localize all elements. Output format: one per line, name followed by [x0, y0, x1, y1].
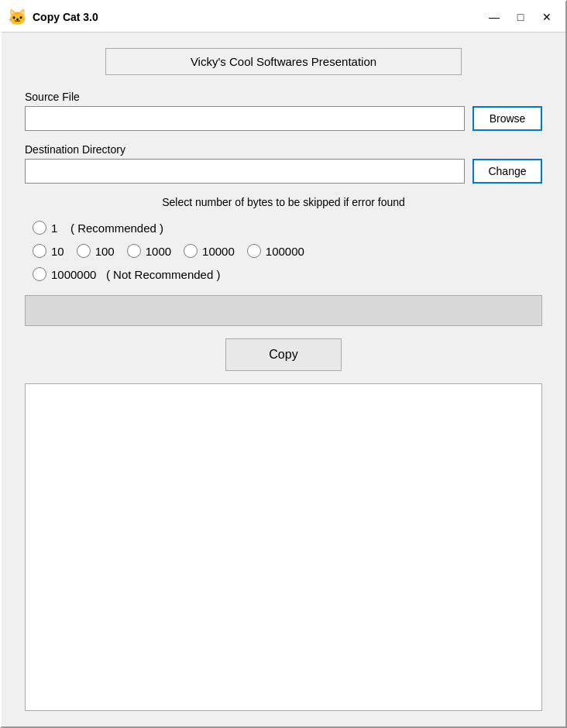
radio-1000000[interactable]: [33, 267, 46, 281]
radio-10000-label: 10000: [202, 245, 235, 258]
radio-10000[interactable]: [184, 244, 198, 258]
radio-item-1000[interactable]: 1000: [127, 244, 171, 258]
destination-label: Destination Directory: [25, 143, 542, 156]
destination-input[interactable]: [25, 159, 465, 184]
minimize-button[interactable]: —: [482, 6, 507, 28]
radio-1000000-label: 1000000 ( Not Recommended ): [51, 268, 220, 281]
change-button[interactable]: Change: [472, 159, 542, 184]
radio-row-2: 10 100 1000 10000 100000: [33, 244, 542, 258]
radio-1-label: 1 ( Recommended ): [51, 221, 163, 235]
radio-item-10[interactable]: 10: [33, 244, 64, 258]
radio-item-100000[interactable]: 100000: [247, 244, 304, 258]
radio-100000[interactable]: [247, 244, 261, 258]
title-bar-left: 🐱 Copy Cat 3.0: [8, 8, 98, 26]
radio-item-1[interactable]: 1 ( Recommended ): [33, 221, 163, 235]
app-icon: 🐱: [8, 8, 26, 26]
radio-10[interactable]: [33, 244, 46, 258]
radio-row-1: 1 ( Recommended ): [33, 221, 542, 235]
radio-100-label: 100: [95, 245, 115, 258]
maximize-button[interactable]: □: [508, 6, 533, 28]
destination-row: Change: [25, 159, 542, 184]
copy-button[interactable]: Copy: [225, 338, 342, 371]
skip-section-label: Select number of bytes to be skipped if …: [25, 196, 542, 208]
radio-group: 1 ( Recommended ) 10 100 1000: [25, 221, 542, 281]
source-file-row: Browse: [25, 106, 542, 131]
copy-button-row: Copy: [25, 338, 542, 371]
radio-10-label: 10: [51, 245, 64, 258]
source-file-input[interactable]: [25, 106, 465, 131]
title-bar-controls: — □ ✕: [482, 6, 559, 28]
radio-100000-label: 100000: [266, 245, 304, 258]
progress-bar-container: [25, 295, 542, 326]
radio-1000[interactable]: [127, 244, 141, 258]
banner: Vicky's Cool Softwares Presentation: [105, 48, 462, 75]
radio-item-10000[interactable]: 10000: [184, 244, 235, 258]
radio-100[interactable]: [77, 244, 91, 258]
title-bar: 🐱 Copy Cat 3.0 — □ ✕: [2, 2, 565, 33]
radio-1[interactable]: [33, 221, 46, 235]
browse-button[interactable]: Browse: [472, 106, 542, 131]
app-title: Copy Cat 3.0: [33, 11, 98, 23]
radio-item-1000000[interactable]: 1000000 ( Not Recommended ): [33, 267, 220, 281]
log-area[interactable]: [25, 383, 542, 711]
radio-row-3: 1000000 ( Not Recommended ): [33, 267, 542, 281]
radio-item-100[interactable]: 100: [77, 244, 115, 258]
content-area: Vicky's Cool Softwares Presentation Sour…: [2, 33, 565, 726]
source-file-label: Source File: [25, 91, 542, 103]
radio-1000-label: 1000: [146, 245, 171, 258]
close-button[interactable]: ✕: [534, 6, 559, 28]
main-window: 🐱 Copy Cat 3.0 — □ ✕ Vicky's Cool Softwa…: [0, 0, 567, 728]
